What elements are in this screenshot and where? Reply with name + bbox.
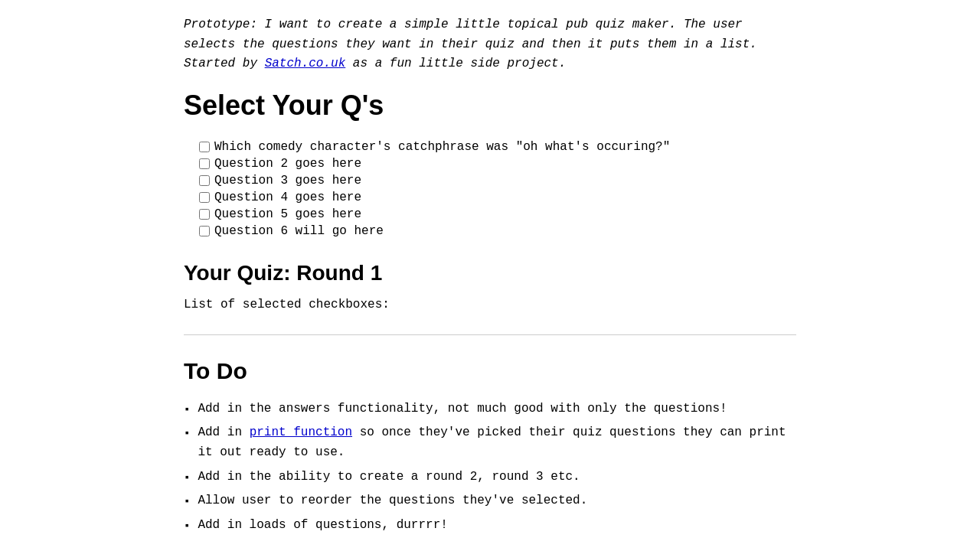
- question-label-5[interactable]: Question 5 goes here: [214, 207, 361, 221]
- question-item: Question 3 goes here: [199, 174, 796, 187]
- intro-text-after-link: as a fun little side project.: [345, 57, 566, 70]
- question-checkbox-3[interactable]: [199, 175, 210, 186]
- divider: [184, 334, 796, 335]
- question-checkbox-2[interactable]: [199, 158, 210, 169]
- todo-item: Add in print function so once they've pi…: [184, 423, 796, 462]
- todo-heading: To Do: [184, 358, 796, 384]
- question-label-3[interactable]: Question 3 goes here: [214, 174, 361, 187]
- todo-item-text: Add in loads of questions, durrrr!: [198, 516, 796, 536]
- intro-paragraph: Prototype: I want to create a simple lit…: [184, 15, 796, 74]
- todo-item: Allow user to reorder the questions they…: [184, 491, 796, 511]
- question-item: Question 4 goes here: [199, 191, 796, 204]
- question-label-2[interactable]: Question 2 goes here: [214, 157, 361, 171]
- questions-list: Which comedy character's catchphrase was…: [199, 140, 796, 238]
- question-label-4[interactable]: Question 4 goes here: [214, 191, 361, 204]
- satch-link[interactable]: Satch.co.uk: [265, 57, 346, 70]
- question-checkbox-6[interactable]: [199, 226, 210, 236]
- todo-item: Add in loads of questions, durrrr!: [184, 516, 796, 536]
- selected-list-label: List of selected checkboxes:: [184, 298, 796, 311]
- question-checkbox-5[interactable]: [199, 209, 210, 220]
- question-checkbox-4[interactable]: [199, 192, 210, 203]
- todo-item-text: Allow user to reorder the questions they…: [198, 491, 796, 511]
- todo-item: Add in the ability to create a round 2, …: [184, 468, 796, 487]
- print-function-link[interactable]: print function: [250, 425, 352, 439]
- todo-item-text: Add in the answers functionality, not mu…: [198, 399, 796, 419]
- question-item: Question 6 will go here: [199, 224, 796, 238]
- todo-item-text: Add in the ability to create a round 2, …: [198, 468, 796, 487]
- question-label-1[interactable]: Which comedy character's catchphrase was…: [214, 140, 670, 154]
- select-heading: Select Your Q's: [184, 90, 796, 122]
- quiz-heading: Your Quiz: Round 1: [184, 261, 796, 285]
- question-item: Which comedy character's catchphrase was…: [199, 140, 796, 154]
- todo-item: Add in the answers functionality, not mu…: [184, 399, 796, 419]
- question-item: Question 5 goes here: [199, 207, 796, 221]
- question-item: Question 2 goes here: [199, 157, 796, 171]
- todo-list: Add in the answers functionality, not mu…: [184, 399, 796, 536]
- question-checkbox-1[interactable]: [199, 142, 210, 152]
- question-label-6[interactable]: Question 6 will go here: [214, 224, 384, 238]
